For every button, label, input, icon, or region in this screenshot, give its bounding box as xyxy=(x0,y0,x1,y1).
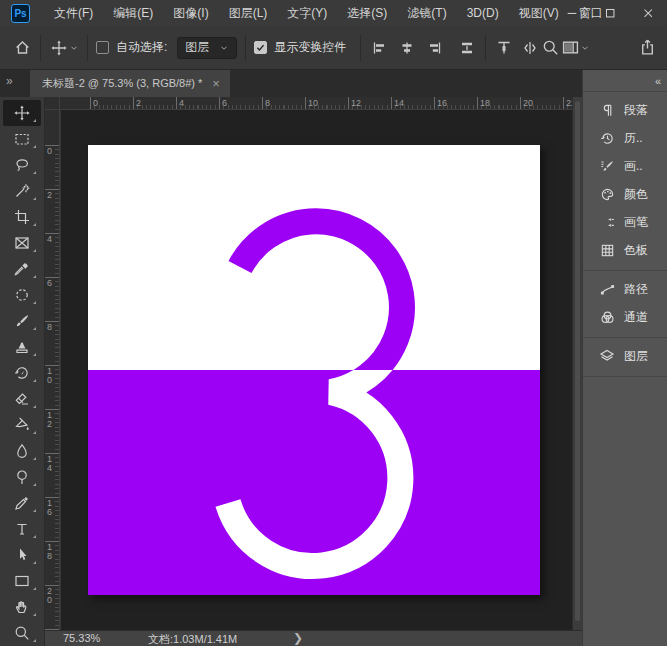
tool-path-selection[interactable] xyxy=(3,542,41,568)
pen-icon xyxy=(14,495,30,511)
horizontal-ruler[interactable]: 0246810121416182022 xyxy=(45,97,572,110)
path-selection-icon xyxy=(14,547,30,563)
title-bar: Ps 文件(F)编辑(E)图像(I)图层(L)文字(Y)选择(S)滤镜(T)3D… xyxy=(0,0,667,26)
tab-bar: » 未标题-2 @ 75.3% (3, RGB/8#) * × xyxy=(0,70,582,97)
tool-clone-stamp[interactable] xyxy=(3,334,41,360)
tool-pen[interactable] xyxy=(3,490,41,516)
minimize-icon xyxy=(565,6,579,20)
tab-close-icon[interactable]: × xyxy=(212,76,220,91)
align-left-icon[interactable] xyxy=(369,38,389,58)
panel-button-label: 段落 xyxy=(624,102,648,119)
divider xyxy=(485,35,486,61)
minimize-button[interactable] xyxy=(553,0,591,25)
ruler-label: 1 0 xyxy=(47,367,52,385)
tool-crop[interactable] xyxy=(3,204,41,230)
share-icon[interactable] xyxy=(637,38,657,58)
panel-group: 路径通道 xyxy=(583,271,667,338)
chevron-down-icon[interactable] xyxy=(580,43,590,53)
panel-button-history[interactable]: 历.. xyxy=(583,124,667,152)
vertical-scrollbar[interactable] xyxy=(572,97,582,630)
menu-item[interactable]: 文字(Y) xyxy=(277,0,337,26)
ruler-label: 1 4 xyxy=(47,455,52,473)
panel-button-brush-settings[interactable]: 画.. xyxy=(583,152,667,180)
tool-brush[interactable] xyxy=(3,308,41,334)
tool-quick-selection[interactable] xyxy=(3,178,41,204)
close-button[interactable] xyxy=(629,0,667,25)
tool-rectangular-marquee[interactable] xyxy=(3,126,41,152)
tool-hand[interactable] xyxy=(3,594,41,620)
tool-rectangle-shape[interactable] xyxy=(3,568,41,594)
tool-paint-bucket[interactable] xyxy=(3,412,41,438)
panel-button-brushes[interactable]: 画笔 xyxy=(583,208,667,236)
search-icon[interactable] xyxy=(540,38,560,58)
photoshop-logo-icon: Ps xyxy=(11,4,30,23)
status-expand-icon[interactable]: ❯ xyxy=(293,631,303,645)
divider xyxy=(360,35,361,61)
ruler-label: 8 xyxy=(47,323,52,332)
check-icon xyxy=(255,42,266,53)
show-transform-checkbox[interactable] xyxy=(254,41,267,54)
panel-groups: 段落历..画..颜色画笔色板路径通道图层 xyxy=(583,92,667,377)
panel-button-swatches[interactable]: 色板 xyxy=(583,236,667,264)
document-tab[interactable]: 未标题-2 @ 75.3% (3, RGB/8#) * × xyxy=(30,70,230,97)
tool-frame[interactable] xyxy=(3,230,41,256)
maximize-icon xyxy=(603,6,617,20)
scrollbar-thumb[interactable] xyxy=(575,101,580,621)
ruler-label: 20 xyxy=(523,98,533,108)
panel-button-channels[interactable]: 通道 xyxy=(583,303,667,331)
menu-item[interactable]: 文件(F) xyxy=(44,0,103,26)
collapse-panels-icon[interactable]: « xyxy=(655,75,659,87)
tool-spot-healing[interactable] xyxy=(3,282,41,308)
align-top-icon[interactable] xyxy=(494,38,514,58)
align-right-icon[interactable] xyxy=(425,38,445,58)
align-center-icon[interactable] xyxy=(397,38,417,58)
menu-item[interactable]: 图层(L) xyxy=(219,0,278,26)
distribute-icon[interactable] xyxy=(457,38,477,58)
canvas-top-half xyxy=(88,145,540,370)
chevron-down-icon[interactable] xyxy=(69,43,79,53)
tool-eyedropper[interactable] xyxy=(3,256,41,282)
toolbar-expand-icon[interactable]: » xyxy=(6,74,11,88)
ruler-label: 6 xyxy=(222,98,227,108)
tool-eraser[interactable] xyxy=(3,386,41,412)
digit-artwork-bottom xyxy=(88,370,540,595)
tool-zoom[interactable] xyxy=(3,620,41,646)
history-icon xyxy=(598,129,616,147)
auto-select-label: 自动选择: xyxy=(116,39,167,56)
move-icon xyxy=(14,105,30,121)
status-bar: 75.33% 文档:1.03M/1.41M ❯ xyxy=(45,630,582,646)
crop-icon xyxy=(14,209,30,225)
workspace-icon[interactable] xyxy=(560,38,580,58)
auto-select-target-dropdown[interactable]: 图层 xyxy=(177,37,237,59)
vertical-ruler[interactable]: 024681 01 21 41 61 82 02 2 xyxy=(45,110,60,630)
tool-history-brush[interactable] xyxy=(3,360,41,386)
close-icon xyxy=(641,6,655,20)
maximize-button[interactable] xyxy=(591,0,629,25)
paragraph-icon xyxy=(598,101,616,119)
clone-stamp-icon xyxy=(14,339,30,355)
zoom-level-field[interactable]: 75.33% xyxy=(63,632,100,644)
tool-blur[interactable] xyxy=(3,438,41,464)
tool-palette xyxy=(0,97,45,646)
menu-item[interactable]: 图像(I) xyxy=(163,0,218,26)
auto-select-checkbox[interactable] xyxy=(96,41,109,54)
tool-lasso[interactable] xyxy=(3,152,41,178)
tool-move[interactable] xyxy=(3,100,41,126)
panel-button-layers[interactable]: 图层 xyxy=(583,342,667,370)
tool-type[interactable] xyxy=(3,516,41,542)
menu-item[interactable]: 编辑(E) xyxy=(103,0,163,26)
menu-item[interactable]: 3D(D) xyxy=(457,0,509,26)
document-canvas[interactable] xyxy=(88,145,540,595)
home-icon[interactable] xyxy=(12,38,32,58)
ruler-label: 2 xyxy=(47,191,52,200)
menu-item[interactable]: 选择(S) xyxy=(337,0,397,26)
panel-button-color[interactable]: 颜色 xyxy=(583,180,667,208)
lasso-icon xyxy=(14,157,30,173)
flip-icon[interactable] xyxy=(520,38,540,58)
move-tool-preset-icon[interactable] xyxy=(49,38,69,58)
menu-item[interactable]: 滤镜(T) xyxy=(397,0,456,26)
history-brush-icon xyxy=(14,365,30,381)
panel-button-paragraph[interactable]: 段落 xyxy=(583,96,667,124)
tool-dodge[interactable] xyxy=(3,464,41,490)
panel-button-paths[interactable]: 路径 xyxy=(583,275,667,303)
